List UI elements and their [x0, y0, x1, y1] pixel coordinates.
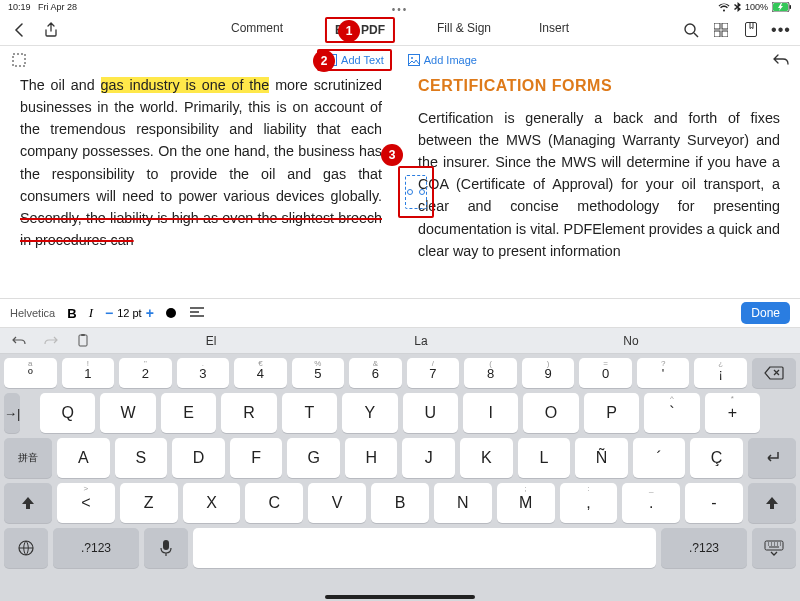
- selection-tool-icon[interactable]: [10, 51, 28, 69]
- suggestion-2[interactable]: La: [316, 334, 526, 348]
- key-1[interactable]: !1: [62, 358, 115, 388]
- search-icon[interactable]: [682, 21, 700, 39]
- key-¡[interactable]: ¿¡: [694, 358, 747, 388]
- key-º[interactable]: aº: [4, 358, 57, 388]
- add-image-button[interactable]: Add Image: [402, 51, 483, 69]
- key-mic[interactable]: [144, 528, 188, 568]
- key-pinyin[interactable]: 拼音: [4, 438, 52, 478]
- key-`[interactable]: ^`: [644, 393, 699, 433]
- key-shift-right[interactable]: [748, 483, 796, 523]
- svg-rect-15: [81, 334, 85, 336]
- key-4[interactable]: €4: [234, 358, 287, 388]
- handle-left[interactable]: [407, 189, 413, 195]
- key-U[interactable]: U: [403, 393, 458, 433]
- key-P[interactable]: P: [584, 393, 639, 433]
- bookmark-icon[interactable]: [742, 21, 760, 39]
- key-8[interactable]: (8: [464, 358, 517, 388]
- key-5[interactable]: %5: [292, 358, 345, 388]
- new-text-box[interactable]: [398, 166, 434, 218]
- done-button[interactable]: Done: [741, 302, 790, 324]
- key-globe[interactable]: [4, 528, 48, 568]
- callout-badge-2: 2: [313, 50, 335, 72]
- multitask-dots-icon[interactable]: •••: [392, 4, 409, 15]
- key-Ñ[interactable]: Ñ: [575, 438, 628, 478]
- key-3[interactable]: .3: [177, 358, 230, 388]
- italic-button[interactable]: I: [89, 305, 93, 321]
- svg-point-13: [411, 57, 413, 59]
- key-6[interactable]: &6: [349, 358, 402, 388]
- share-icon[interactable]: [42, 21, 60, 39]
- tab-insert[interactable]: Insert: [533, 17, 575, 43]
- align-button[interactable]: [188, 304, 206, 322]
- key-J[interactable]: J: [402, 438, 455, 478]
- key-Q[interactable]: Q: [40, 393, 95, 433]
- doc-left-highlight: gas industry is one of the: [101, 77, 270, 93]
- tab-comment[interactable]: Comment: [225, 17, 289, 43]
- key-7[interactable]: /7: [407, 358, 460, 388]
- key-space[interactable]: [193, 528, 656, 568]
- key-W[interactable]: W: [100, 393, 155, 433]
- grid-icon[interactable]: [712, 21, 730, 39]
- key-T[interactable]: T: [282, 393, 337, 433]
- key-numsym-right[interactable]: .?123: [661, 528, 747, 568]
- text-color-button[interactable]: [166, 308, 176, 318]
- more-icon[interactable]: •••: [772, 21, 790, 39]
- doc-column-right[interactable]: Certification Forms Certification is gen…: [400, 74, 780, 298]
- key-shift-left[interactable]: [4, 483, 52, 523]
- key-'[interactable]: ?': [637, 358, 690, 388]
- key-V[interactable]: V: [308, 483, 366, 523]
- key-M[interactable]: ;M: [497, 483, 555, 523]
- handle-right[interactable]: [419, 189, 425, 195]
- key-D[interactable]: D: [172, 438, 225, 478]
- key-F[interactable]: F: [230, 438, 283, 478]
- key-K[interactable]: K: [460, 438, 513, 478]
- tab-fill-sign[interactable]: Fill & Sign: [431, 17, 497, 43]
- key-+[interactable]: *+: [705, 393, 760, 433]
- key-B[interactable]: B: [371, 483, 429, 523]
- key-0[interactable]: =0: [579, 358, 632, 388]
- key-backspace[interactable]: [752, 358, 796, 388]
- kbd-redo-icon[interactable]: [42, 335, 60, 347]
- key-,[interactable]: :,: [560, 483, 618, 523]
- svg-rect-7: [722, 31, 728, 37]
- key-S[interactable]: S: [115, 438, 168, 478]
- key-I[interactable]: I: [463, 393, 518, 433]
- key-return[interactable]: [748, 438, 796, 478]
- bold-button[interactable]: B: [67, 306, 76, 321]
- font-size-decrease[interactable]: −: [105, 305, 113, 321]
- key-E[interactable]: E: [161, 393, 216, 433]
- key-9[interactable]: )9: [522, 358, 575, 388]
- key-H[interactable]: H: [345, 438, 398, 478]
- key-C[interactable]: C: [245, 483, 303, 523]
- key-<[interactable]: ><: [57, 483, 115, 523]
- kbd-undo-icon[interactable]: [10, 335, 28, 347]
- key-2[interactable]: "2: [119, 358, 172, 388]
- key-dismiss-keyboard[interactable]: [752, 528, 796, 568]
- undo-icon[interactable]: [772, 51, 790, 69]
- doc-column-left[interactable]: The oil and gas industry is one of the m…: [20, 74, 400, 298]
- suggestion-3[interactable]: No: [526, 334, 736, 348]
- key-L[interactable]: L: [518, 438, 571, 478]
- key-tab[interactable]: →|: [4, 393, 20, 433]
- key-X[interactable]: X: [183, 483, 241, 523]
- key-O[interactable]: O: [523, 393, 578, 433]
- key-R[interactable]: R: [221, 393, 276, 433]
- key-A[interactable]: A: [57, 438, 110, 478]
- key-Y[interactable]: Y: [342, 393, 397, 433]
- back-button[interactable]: [10, 21, 28, 39]
- kbd-row-1: →| QWERTYUIOP^`*+: [4, 393, 796, 433]
- key-G[interactable]: G: [287, 438, 340, 478]
- key-N[interactable]: N: [434, 483, 492, 523]
- key-´[interactable]: ´: [633, 438, 686, 478]
- key--[interactable]: -: [685, 483, 743, 523]
- key-Ç[interactable]: Ç: [690, 438, 743, 478]
- font-family-selector[interactable]: Helvetica: [10, 307, 55, 319]
- kbd-clipboard-icon[interactable]: [74, 334, 92, 347]
- key-.[interactable]: _.: [622, 483, 680, 523]
- home-indicator[interactable]: [325, 595, 475, 599]
- text-box-selection[interactable]: [405, 175, 427, 209]
- key-numsym-left[interactable]: .?123: [53, 528, 139, 568]
- key-Z[interactable]: Z: [120, 483, 178, 523]
- font-size-increase[interactable]: +: [146, 305, 154, 321]
- suggestion-1[interactable]: El: [106, 334, 316, 348]
